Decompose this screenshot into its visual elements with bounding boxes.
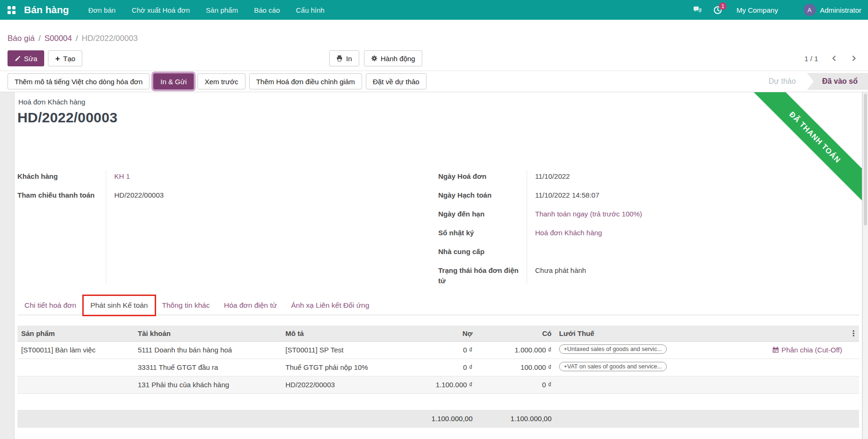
action-button[interactable]: Hành động [364,50,422,66]
company-menu[interactable]: My Company [736,6,778,14]
vertical-scrollbar[interactable] [862,92,868,439]
activity-clock-icon[interactable]: 1 [713,6,722,15]
col-account: Tài khoản [134,329,282,337]
page-title: HD/2022/00003 [17,110,859,126]
col-product: Sản phẩm [17,329,134,337]
user-menu[interactable]: A Administrator [804,4,861,16]
navbar-systray: 1 My Company A Administrator [693,4,861,16]
status-step-posted: Đã vào sổ [807,73,868,90]
messages-icon[interactable] [693,6,702,14]
einvoice-status-value: Chưa phát hành [535,265,586,276]
field-accounting-date: Ngày Hạch toán 11/10/2022 14:58:07 [438,187,859,206]
tax-grid-tag: +VAT on sales of goods and service... [559,362,667,371]
table-row[interactable]: [ST00011] Bàn làm việc 5111 Doanh thu bá… [17,342,859,359]
calendar-icon [772,346,779,353]
field-vendor: Nhà cung cấp [438,243,859,262]
control-panel-buttons: Sửa + Tạo In Hành động 1 / 1 [0,46,868,71]
pager: 1 / 1 [805,55,858,63]
payment-reference-value: HD/2022/00003 [114,190,164,200]
optional-columns-toggle[interactable]: ⋮ [846,329,859,338]
total-credit: 1.100.000,00 [476,415,555,423]
pager-next-button[interactable] [850,55,858,62]
chevron-right-icon [850,55,858,62]
col-tax-grids: Lưới Thuế [555,329,692,337]
pager-counter: 1 / 1 [805,55,818,63]
notebook-tabs: Chi tiết hoá đơn Phát sinh Kế toán Thông… [17,295,859,315]
tab-counterpart-mapping[interactable]: Ánh xạ Liên kết Đối ứng [284,295,376,315]
total-debit: 1.100.000,00 [405,415,476,423]
field-due-date: Ngày đến hạn Thanh toán ngay (trả trước … [438,206,859,224]
field-group-left: Khách hàng KH 1 Tham chiếu thanh toán HD… [17,168,438,286]
table-header: Sản phẩm Tài khoản Mô tả Nợ Có Lưới Thuế… [17,326,859,342]
tax-grid-tag: +Untaxed sales of goods and servic... [559,344,667,354]
add-credit-note-button[interactable]: Thêm Hoá đơn điều chỉnh giảm [249,73,362,89]
plus-icon: + [55,55,60,63]
field-einvoice-status: Trạng thái hóa đơn điện tử Chưa phát hàn… [438,262,859,286]
create-button[interactable]: + Tạo [48,50,82,66]
menu-to-invoice[interactable]: Chờ xuất Hoá đơn [124,0,198,20]
breadcrumb-quotation[interactable]: Báo giá [8,34,35,43]
document-type-label: Hoá đơn Khách hàng [18,98,859,106]
breadcrumb: Báo giá/S00004/HD/2022/00003 [0,20,868,46]
ellipsis-v-icon: ⋮ [850,329,857,337]
menu-orders[interactable]: Đơn bán [80,0,124,20]
customer-link[interactable]: KH 1 [114,171,130,182]
printer-icon [336,55,343,62]
col-debit: Nợ [405,329,476,337]
accounting-date-value: 11/10/2022 14:58:07 [535,190,600,200]
status-step-draft: Dự thảo [758,73,807,90]
pager-previous-button[interactable] [830,55,838,62]
field-payment-reference: Tham chiếu thanh toán HD/2022/00003 [17,187,438,206]
menu-reporting[interactable]: Báo cáo [246,0,288,20]
user-name: Administrator [820,6,861,14]
field-invoice-date: Ngày Hoá đơn 11/10/2022 [438,168,859,187]
menu-configuration[interactable]: Cấu hình [288,0,332,20]
statusbar: Thêm mô tả tiếng Việt cho dòng hóa đơn I… [0,71,868,92]
pencil-icon [15,56,21,62]
preview-button[interactable]: Xem trước [197,73,245,89]
table-row[interactable]: 131 Phải thu của khách hàng HD/2022/0000… [17,376,859,394]
field-customer: Khách hàng KH 1 [17,168,438,187]
status-steps: Dự thảo Đã vào sổ [758,73,868,90]
journal-link[interactable]: Hoá đơn Khách hàng [535,228,602,238]
tab-invoice-lines[interactable]: Chi tiết hoá đơn [17,295,83,315]
col-description: Mô tả [282,329,405,337]
field-journal: Sổ nhật ký Hoá đơn Khách hàng [438,224,859,243]
main-menu: Đơn bán Chờ xuất Hoá đơn Sản phẩm Báo cá… [80,0,332,20]
top-navbar: Bán hàng Đơn bán Chờ xuất Hoá đơn Sản ph… [0,0,868,20]
edit-button[interactable]: Sửa [8,50,44,66]
scrollbar-thumb[interactable] [864,94,867,225]
tab-other-info[interactable]: Thông tin khác [155,295,217,315]
tab-einvoice[interactable]: Hóa đơn điện tử [217,295,284,315]
breadcrumb-current: HD/2022/00003 [82,34,138,43]
activity-badge: 1 [719,2,726,10]
reset-to-draft-button[interactable]: Đặt về dự thảo [366,73,426,89]
tab-journal-items[interactable]: Phát sinh Kế toán [83,295,155,315]
breadcrumb-separator: / [39,34,41,43]
chevron-left-icon [830,55,838,62]
invoice-date-value: 11/10/2022 [535,171,570,182]
field-group-right: Ngày Hoá đơn 11/10/2022 Ngày Hạch toán 1… [438,168,859,286]
table-totals-row: 1.100.000,00 1.100.000,00 [17,410,859,428]
journal-items-table: Sản phẩm Tài khoản Mô tả Nợ Có Lưới Thuế… [17,326,859,428]
gear-icon [371,55,378,62]
form-content: ĐÃ THANH TOÁN Hoá đơn Khách hàng HD/2022… [0,92,868,439]
odoo-window: Bán hàng Đơn bán Chờ xuất Hoá đơn Sản ph… [0,0,868,439]
apps-grid-icon[interactable] [8,6,16,14]
breadcrumb-separator: / [76,34,78,43]
col-credit: Có [476,329,555,337]
breadcrumb-order[interactable]: S00004 [44,34,72,43]
form-sheet: ĐÃ THANH TOÁN Hoá đơn Khách hàng HD/2022… [14,92,862,439]
payment-terms-link[interactable]: Thanh toán ngay (trả trước 100%) [535,209,642,219]
app-name[interactable]: Bán hàng [24,4,69,16]
menu-products[interactable]: Sản phẩm [198,0,246,20]
field-groups: Khách hàng KH 1 Tham chiếu thanh toán HD… [17,168,859,286]
print-and-send-button[interactable]: In & Gửi [153,73,194,89]
print-button[interactable]: In [329,50,359,66]
cutoff-button[interactable]: Phân chia (Cut-Off) [772,346,842,354]
add-vietnamese-description-button[interactable]: Thêm mô tả tiếng Việt cho dòng hóa đơn [8,73,150,89]
avatar: A [804,4,816,16]
table-row[interactable]: 33311 Thuế GTGT đầu ra Thuế GTGT phải nộ… [17,359,859,376]
